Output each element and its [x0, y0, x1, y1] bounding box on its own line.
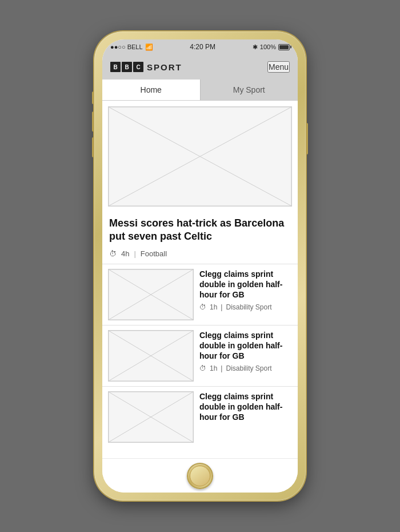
menu-button[interactable]: Menu [267, 61, 290, 73]
thumb-placeholder-3 [109, 392, 193, 442]
meta-divider-2: | [221, 303, 222, 311]
thumb-placeholder-1 [109, 269, 193, 320]
carrier-text: ●●○○ BELL [110, 43, 143, 50]
tab-my-sport[interactable]: My Sport [201, 80, 298, 100]
tab-home[interactable]: Home [102, 80, 201, 100]
main-headline[interactable]: Messi scores hat-trick as Barcelona put … [102, 212, 298, 246]
bbc-c: C [133, 62, 143, 72]
news-title-1[interactable]: Clegg claims sprint double in golden hal… [199, 269, 292, 300]
status-right: ✱ 100% [253, 43, 290, 51]
news-title-2[interactable]: Clegg claims sprint double in golden hal… [199, 330, 292, 362]
bluetooth-icon: ✱ [253, 43, 258, 51]
battery-percent: 100% [260, 43, 276, 50]
clock-icon: ⏱ [109, 249, 117, 258]
bbc-boxes: B B C [110, 62, 143, 72]
home-button-inner [190, 466, 210, 486]
news-time-1: 1h [210, 303, 217, 311]
app-header: B B C SPORT Menu [102, 54, 298, 80]
news-thumbnail-3 [108, 391, 194, 443]
mute-button[interactable] [92, 92, 94, 104]
phone-screen: ●●○○ BELL 📶 4:20 PM ✱ 100% B B C SPORT [102, 39, 298, 493]
battery-icon [278, 44, 290, 50]
main-meta: ⏱ 4h | Football [102, 246, 298, 264]
news-text-2: Clegg claims sprint double in golden hal… [199, 330, 292, 382]
volume-up-button[interactable] [92, 112, 94, 132]
bbc-b2: B [122, 62, 132, 72]
news-meta-1: ⏱ 1h | Disability Sport [199, 303, 292, 311]
status-time: 4:20 PM [190, 43, 215, 51]
thumb-placeholder-2 [109, 331, 193, 381]
wifi-icon: 📶 [145, 43, 153, 51]
news-text-3: Clegg claims sprint double in golden hal… [199, 391, 292, 443]
news-meta-2: ⏱ 1h | Disability Sport [199, 364, 292, 372]
status-bar: ●●○○ BELL 📶 4:20 PM ✱ 100% [102, 39, 298, 54]
clock-icon-1: ⏱ [199, 303, 206, 311]
sport-label: SPORT [147, 62, 182, 72]
news-title-3[interactable]: Clegg claims sprint double in golden hal… [199, 391, 292, 423]
power-button[interactable] [306, 123, 308, 154]
clock-icon-2: ⏱ [199, 364, 206, 372]
home-button-area [102, 458, 298, 493]
main-time: 4h [121, 249, 129, 258]
phone-frame: ●●○○ BELL 📶 4:20 PM ✱ 100% B B C SPORT [94, 31, 306, 501]
list-item[interactable]: Clegg claims sprint double in golden hal… [102, 264, 298, 325]
news-text-1: Clegg claims sprint double in golden hal… [199, 269, 292, 320]
news-thumbnail-2 [108, 330, 194, 382]
news-category-1: Disability Sport [226, 303, 271, 311]
main-category: Football [141, 249, 167, 258]
news-time-2: 1h [210, 364, 217, 372]
meta-divider-1: | [134, 249, 135, 258]
hero-placeholder [109, 107, 291, 206]
content-area[interactable]: Messi scores hat-trick as Barcelona put … [102, 101, 298, 458]
home-button[interactable] [187, 463, 213, 489]
news-category-2: Disability Sport [226, 364, 271, 372]
volume-down-button[interactable] [92, 137, 94, 157]
list-item[interactable]: Clegg claims sprint double in golden hal… [102, 325, 298, 386]
nav-tabs: Home My Sport [102, 80, 298, 101]
meta-divider-3: | [221, 364, 222, 372]
hero-image [108, 106, 292, 207]
bbc-logo: B B C SPORT [110, 62, 182, 72]
bbc-b1: B [110, 62, 121, 72]
list-item[interactable]: Clegg claims sprint double in golden hal… [102, 386, 298, 447]
status-left: ●●○○ BELL 📶 [110, 43, 153, 51]
news-thumbnail-1 [108, 269, 194, 320]
